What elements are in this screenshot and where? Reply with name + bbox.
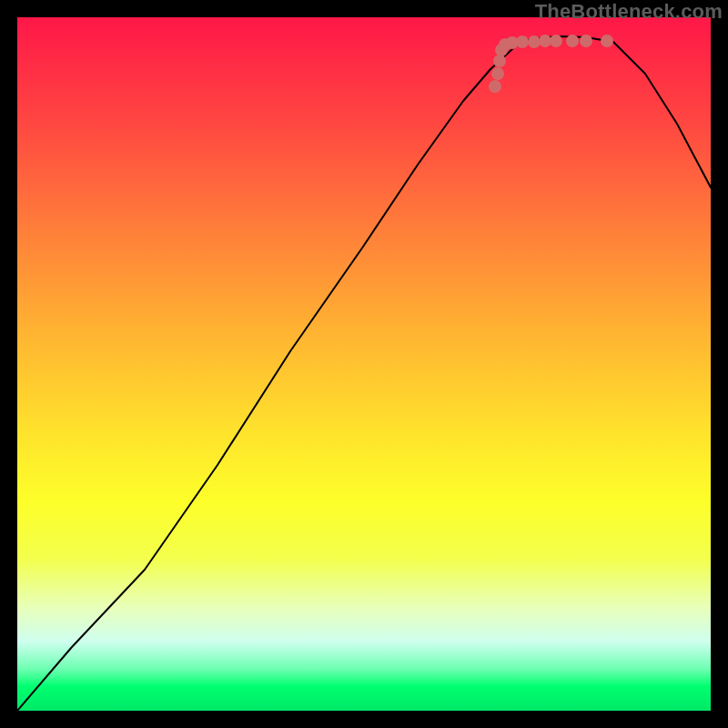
chart-plot-area bbox=[17, 17, 711, 711]
highlight-marker bbox=[601, 35, 613, 47]
chart-svg-layer bbox=[17, 17, 711, 711]
highlight-marker bbox=[566, 35, 579, 47]
bottleneck-curve bbox=[17, 36, 711, 711]
highlight-marker bbox=[491, 67, 504, 80]
highlight-marker bbox=[489, 80, 501, 93]
highlight-marker bbox=[516, 35, 529, 48]
highlight-marker bbox=[528, 35, 541, 48]
highlight-marker bbox=[493, 55, 506, 67]
watermark-text: TheBottleneck.com bbox=[535, 0, 723, 24]
highlight-marker bbox=[550, 35, 562, 47]
highlight-marker bbox=[539, 35, 551, 47]
highlight-band bbox=[489, 35, 613, 93]
highlight-marker bbox=[580, 35, 592, 47]
